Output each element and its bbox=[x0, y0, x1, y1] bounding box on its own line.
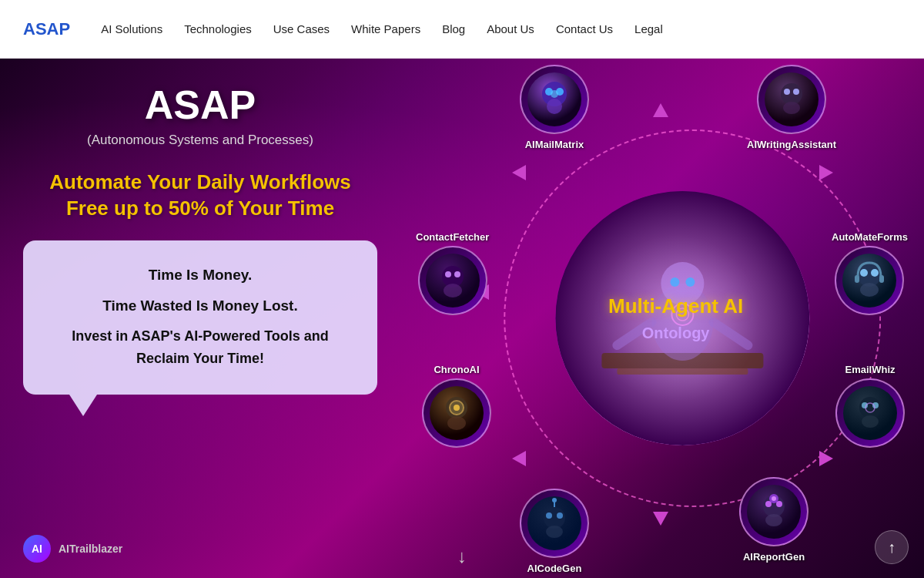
svg-point-15 bbox=[547, 99, 562, 114]
node-aiwriting-label: AIWritingAssistant bbox=[747, 139, 836, 150]
nav-logo[interactable]: ASAP bbox=[23, 19, 70, 39]
nav-technologies[interactable]: Technologies bbox=[184, 22, 252, 35]
svg-point-43 bbox=[862, 415, 879, 428]
nav-items: AI Solutions Technologies Use Cases Whit… bbox=[101, 22, 663, 35]
ai-trail-icon: AI bbox=[23, 535, 51, 563]
node-automate-circle bbox=[835, 246, 904, 315]
node-chrono-label: ChronoAI bbox=[434, 364, 479, 375]
hero-tagline: Automate Your Daily Workflows Free up to… bbox=[23, 170, 377, 222]
svg-point-19 bbox=[784, 89, 790, 95]
node-contact[interactable]: ContactFetcher bbox=[416, 227, 489, 315]
node-aiwriting[interactable]: AIWritingAssistant bbox=[747, 65, 836, 150]
node-email-circle bbox=[835, 378, 905, 448]
node-aicode-circle bbox=[520, 489, 589, 558]
svg-point-41 bbox=[862, 402, 868, 408]
node-email-label: EmailWhiz bbox=[845, 364, 895, 375]
svg-point-37 bbox=[454, 405, 460, 411]
node-aireport-label: AIReportGen bbox=[743, 551, 805, 563]
ontology-label: Ontology bbox=[642, 324, 710, 342]
svg-point-42 bbox=[872, 402, 879, 408]
hero-section: ASAP (Autonomous Systems and Processes) … bbox=[0, 59, 924, 578]
svg-point-58 bbox=[772, 496, 776, 501]
svg-point-30 bbox=[871, 269, 879, 277]
node-aireport[interactable]: AIReportGen bbox=[739, 477, 808, 563]
svg-point-31 bbox=[860, 283, 879, 297]
svg-point-29 bbox=[860, 269, 868, 277]
diagram-center: Multi-Agent AI Ontology bbox=[591, 234, 761, 403]
node-aimail-circle bbox=[520, 65, 589, 134]
ai-trail-label: AITrailblazer bbox=[59, 543, 122, 555]
nav-ai-solutions[interactable]: AI Solutions bbox=[101, 22, 162, 35]
svg-point-56 bbox=[765, 514, 782, 526]
svg-point-21 bbox=[783, 102, 800, 114]
hero-title: ASAP bbox=[23, 82, 377, 128]
node-chrono-circle bbox=[422, 378, 491, 448]
arrow-lower-left bbox=[512, 451, 526, 466]
arrow-upper-left bbox=[512, 165, 526, 180]
nav-legal[interactable]: Legal bbox=[634, 22, 663, 35]
node-contact-circle bbox=[418, 246, 487, 315]
node-automate[interactable]: AutoMateForms bbox=[832, 227, 908, 315]
arrow-top bbox=[653, 103, 668, 117]
svg-point-25 bbox=[454, 271, 460, 277]
svg-point-47 bbox=[546, 512, 552, 519]
diagram-area: Multi-Agent AI Ontology bbox=[400, 59, 924, 578]
svg-point-18 bbox=[781, 83, 802, 105]
arrow-bottom bbox=[653, 512, 668, 526]
bubble-line2: Time Wasted Is Money Lost. bbox=[45, 294, 356, 318]
svg-point-26 bbox=[444, 284, 462, 297]
arrow-upper-right bbox=[819, 165, 833, 180]
svg-point-46 bbox=[544, 507, 565, 529]
nav-white-papers[interactable]: White Papers bbox=[351, 22, 420, 35]
tagline-line1: Automate Your Daily Workflows bbox=[23, 170, 377, 196]
svg-point-16 bbox=[551, 90, 558, 98]
tagline-line2: Free up to 50% of Your Time bbox=[23, 196, 377, 222]
nav-contact-us[interactable]: Contact Us bbox=[556, 22, 613, 35]
hero-subtitle: (Autonomous Systems and Processes) bbox=[23, 133, 377, 148]
node-aiwriting-circle bbox=[757, 65, 826, 134]
bubble-text: Time Is Money. Time Wasted Is Money Lost… bbox=[45, 264, 356, 370]
node-aireport-circle bbox=[739, 477, 808, 546]
svg-point-38 bbox=[447, 416, 466, 430]
svg-point-24 bbox=[445, 271, 451, 277]
nav-blog[interactable]: Blog bbox=[442, 22, 465, 35]
multi-agent-label: Multi-Agent AI bbox=[608, 294, 743, 318]
navbar: ASAP AI Solutions Technologies Use Cases… bbox=[0, 0, 924, 59]
nav-use-cases[interactable]: Use Cases bbox=[273, 22, 330, 35]
svg-rect-32 bbox=[855, 275, 859, 283]
svg-point-40 bbox=[859, 397, 881, 418]
bubble-line3: Invest in ASAP's AI-Powered Tools and Re… bbox=[45, 325, 356, 370]
node-chrono[interactable]: ChronoAI bbox=[422, 359, 491, 448]
hero-left: ASAP (Autonomous Systems and Processes) … bbox=[23, 82, 377, 395]
node-aimail[interactable]: AIMailMatrix bbox=[520, 65, 589, 150]
svg-point-51 bbox=[552, 498, 557, 502]
node-aicode[interactable]: AICodeGen bbox=[520, 489, 589, 574]
node-contact-label: ContactFetcher bbox=[416, 231, 489, 243]
speech-bubble: Time Is Money. Time Wasted Is Money Lost… bbox=[23, 240, 377, 395]
svg-point-20 bbox=[793, 89, 799, 95]
bubble-line1: Time Is Money. bbox=[149, 267, 252, 283]
svg-point-48 bbox=[557, 512, 563, 519]
arrow-lower-right bbox=[819, 451, 833, 466]
node-email[interactable]: EmailWhiz bbox=[835, 359, 905, 448]
node-aimail-label: AIMailMatrix bbox=[525, 139, 584, 150]
node-automate-label: AutoMateForms bbox=[832, 231, 908, 243]
node-aicode-label: AICodeGen bbox=[527, 563, 582, 574]
svg-rect-33 bbox=[879, 275, 884, 283]
ai-trailblazer: AI AITrailblazer bbox=[23, 535, 122, 563]
nav-about-us[interactable]: About Us bbox=[487, 22, 534, 35]
svg-point-49 bbox=[546, 526, 563, 538]
